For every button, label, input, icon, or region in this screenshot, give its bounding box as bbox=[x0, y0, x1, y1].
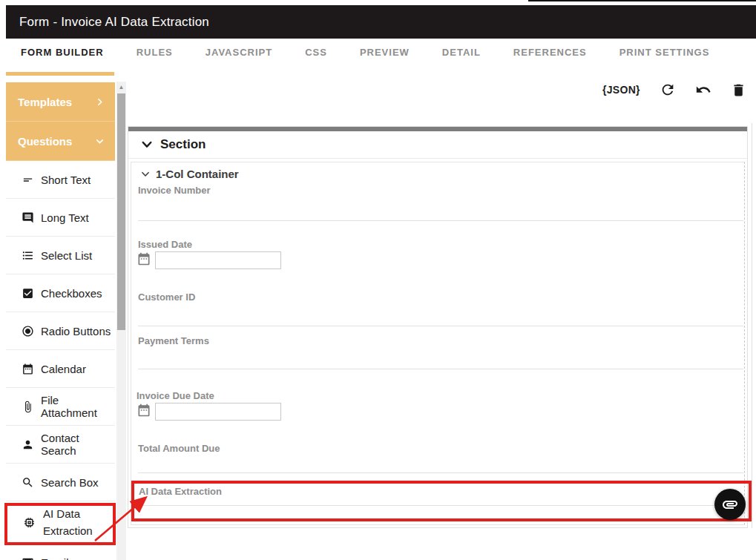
tab-references[interactable]: REFERENCES bbox=[513, 47, 587, 58]
chevron-right-icon bbox=[95, 97, 105, 107]
chevron-down-icon bbox=[140, 169, 151, 179]
top-edge-line bbox=[528, 0, 756, 1]
page-title: Form - Invoice AI Data Extraction bbox=[19, 15, 209, 30]
undo-button[interactable] bbox=[695, 82, 711, 98]
refresh-button[interactable] bbox=[660, 82, 676, 98]
trash-icon bbox=[731, 82, 746, 98]
sidebar-item-label: Short Text bbox=[41, 174, 91, 186]
field-label-ai-data-extraction: AI Data Extraction bbox=[139, 486, 222, 497]
calendar-icon[interactable] bbox=[137, 403, 151, 418]
sidebar-item-checkboxes[interactable]: Checkboxes bbox=[6, 274, 115, 312]
sidebar-item-email[interactable]: Email bbox=[6, 544, 115, 560]
tab-form-builder[interactable]: FORM BUILDER bbox=[21, 47, 104, 58]
sidebar-item-label: File Attachment bbox=[41, 394, 115, 419]
section-title: Section bbox=[160, 137, 206, 152]
canvas-toolbar: {JSON} bbox=[602, 82, 746, 98]
canvas-right-edge bbox=[752, 123, 752, 528]
contact-search-icon bbox=[22, 438, 34, 451]
sidebar-item-short-text[interactable]: Short Text bbox=[6, 161, 115, 199]
tab-javascript[interactable]: JAVASCRIPT bbox=[206, 47, 272, 58]
tab-rules[interactable]: RULES bbox=[137, 47, 173, 58]
select-list-icon bbox=[22, 249, 34, 262]
sidebar-item-label: Calendar bbox=[41, 363, 86, 375]
sidebar-item-label: Contact Search bbox=[41, 432, 115, 457]
undo-icon bbox=[695, 82, 711, 98]
scrollbar-thumb[interactable] bbox=[117, 93, 125, 330]
attachment-icon bbox=[721, 495, 739, 513]
search-box-icon bbox=[22, 476, 34, 489]
sidebar-group-templates[interactable]: Templates bbox=[6, 82, 115, 122]
field-label-invoice-due-date: Invoice Due Date bbox=[137, 390, 214, 401]
tab-css[interactable]: CSS bbox=[305, 47, 327, 58]
refresh-icon bbox=[660, 82, 676, 98]
sidebar-item-file-attachment[interactable]: File Attachment bbox=[6, 388, 115, 426]
sidebar-group-questions[interactable]: Questions bbox=[6, 122, 115, 161]
email-icon bbox=[22, 556, 34, 560]
calendar-icon bbox=[22, 363, 34, 375]
calendar-icon[interactable] bbox=[137, 251, 151, 266]
chevron-down-icon bbox=[95, 136, 105, 146]
file-attachment-icon bbox=[22, 401, 34, 413]
container-header[interactable]: 1-Col Container bbox=[131, 162, 744, 180]
sidebar-item-contact-search[interactable]: Contact Search bbox=[6, 426, 115, 464]
tab-print-settings[interactable]: PRINT SETTINGS bbox=[619, 47, 710, 58]
field-underline bbox=[139, 505, 742, 506]
sidebar-item-label: Select List bbox=[41, 249, 92, 262]
section-header[interactable]: Section bbox=[128, 131, 747, 159]
sidebar-item-select-list[interactable]: Select List bbox=[6, 237, 115, 274]
sidebar-item-label: Radio Buttons bbox=[41, 325, 111, 337]
tab-detail[interactable]: DETAIL bbox=[442, 47, 481, 58]
sidebar-item-label: Checkboxes bbox=[41, 287, 102, 300]
sidebar-item-ai-data-extraction[interactable]: AI Data Extraction bbox=[6, 501, 115, 544]
sidebar-group-label: Templates bbox=[18, 96, 72, 108]
field-label-invoice-number: Invoice Number bbox=[138, 185, 211, 196]
sidebar-group-label: Questions bbox=[18, 135, 72, 148]
container-title: 1-Col Container bbox=[156, 168, 239, 180]
radio-buttons-icon bbox=[22, 325, 34, 337]
field-label-payment-terms: Payment Terms bbox=[138, 335, 209, 346]
sidebar-scrollbar[interactable]: ▲ bbox=[116, 82, 126, 560]
short-text-icon bbox=[22, 174, 34, 186]
json-button[interactable]: {JSON} bbox=[602, 84, 640, 96]
ai-chip-icon bbox=[23, 516, 36, 529]
sidebar-item-calendar[interactable]: Calendar bbox=[6, 350, 115, 388]
field-underline bbox=[138, 472, 743, 473]
field-label-issued-date: Issued Date bbox=[138, 239, 192, 250]
field-label-customer-id: Customer ID bbox=[138, 291, 195, 303]
sidebar-item-label: Long Text bbox=[41, 211, 89, 224]
chevron-down-icon bbox=[140, 138, 154, 151]
active-tab-indicator bbox=[6, 72, 114, 76]
sidebar: Templates Questions Short Text Long Text… bbox=[6, 82, 115, 560]
delete-button[interactable] bbox=[731, 82, 746, 98]
field-underline bbox=[138, 326, 743, 326]
sidebar-item-long-text[interactable]: Long Text bbox=[6, 199, 115, 237]
tab-bar: FORM BUILDER RULES JAVASCRIPT CSS PREVIE… bbox=[21, 47, 709, 58]
tab-preview[interactable]: PREVIEW bbox=[360, 47, 410, 58]
sidebar-item-label: Email bbox=[41, 556, 69, 560]
sidebar-item-search-box[interactable]: Search Box bbox=[6, 464, 115, 501]
invoice-due-date-input[interactable] bbox=[155, 403, 281, 421]
field-label-total-amount-due: Total Amount Due bbox=[138, 443, 220, 454]
field-underline bbox=[138, 220, 743, 221]
sidebar-item-label: Search Box bbox=[41, 476, 99, 489]
sidebar-item-label: AI Data Extraction bbox=[43, 505, 104, 540]
field-underline bbox=[138, 369, 743, 369]
ai-link-button[interactable] bbox=[714, 489, 746, 520]
app-header: Form - Invoice AI Data Extraction bbox=[6, 5, 756, 39]
scrollbar-up-arrow-icon[interactable]: ▲ bbox=[116, 84, 126, 90]
container-1col: 1-Col Container bbox=[131, 162, 745, 525]
issued-date-input[interactable] bbox=[155, 251, 281, 269]
form-builder-page: Form - Invoice AI Data Extraction FORM B… bbox=[0, 0, 756, 560]
long-text-icon bbox=[22, 211, 34, 224]
sidebar-item-radio-buttons[interactable]: Radio Buttons bbox=[6, 312, 115, 350]
checkboxes-icon bbox=[22, 287, 34, 300]
